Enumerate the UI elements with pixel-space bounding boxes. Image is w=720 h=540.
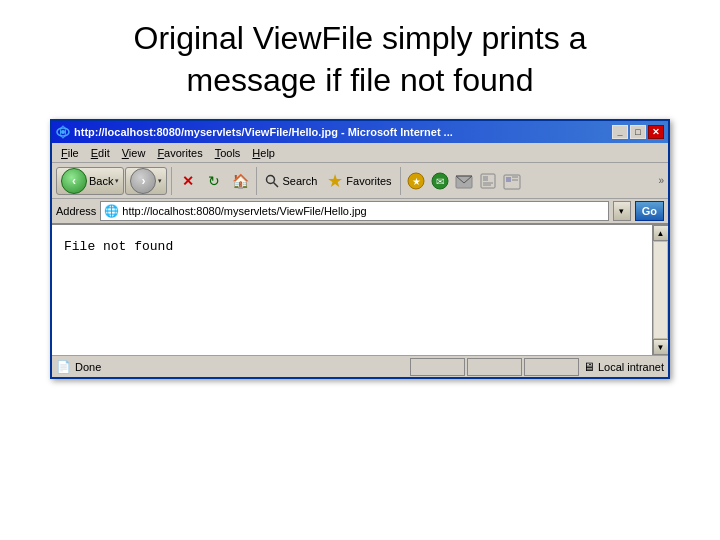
status-page-icon: 📄 — [56, 360, 71, 374]
content-area: File not found — [52, 225, 652, 355]
status-right: 🖥 Local intranet — [583, 360, 664, 374]
address-bar: Address 🌐 http://localhost:8080/myservle… — [52, 199, 668, 225]
back-arrow-icon: ‹ — [61, 168, 87, 194]
media-icon-2[interactable]: ✉ — [429, 170, 451, 192]
back-dropdown-icon[interactable]: ▾ — [115, 177, 119, 185]
stop-icon: ✕ — [182, 173, 194, 189]
go-button[interactable]: Go — [635, 201, 664, 221]
status-done-label: Done — [75, 361, 406, 373]
media-icon-5[interactable] — [501, 170, 523, 192]
menu-tools[interactable]: Tools — [210, 146, 246, 160]
stop-button[interactable]: ✕ — [176, 169, 200, 193]
address-label: Address — [56, 205, 96, 217]
svg-point-3 — [267, 175, 275, 183]
address-url: http://localhost:8080/myservlets/ViewFil… — [122, 205, 604, 217]
toolbar-divider-3 — [400, 167, 401, 195]
scroll-up-button[interactable]: ▲ — [653, 225, 669, 241]
svg-line-4 — [274, 182, 279, 187]
title-bar-text: http://localhost:8080/myservlets/ViewFil… — [74, 126, 453, 138]
toolbar-overflow-icon[interactable]: » — [658, 175, 664, 186]
title-bar-left: http://localhost:8080/myservlets/ViewFil… — [56, 125, 453, 139]
scroll-track[interactable] — [653, 241, 668, 339]
toolbar: ‹ Back ▾ › ▾ ✕ ↻ 🏠 — [52, 163, 668, 199]
maximize-button[interactable]: □ — [630, 125, 646, 139]
slide-container: Original ViewFile simply prints a messag… — [0, 0, 720, 540]
star-icon: ★ — [327, 170, 343, 192]
zone-icon: 🖥 — [583, 360, 595, 374]
favorites-button[interactable]: ★ Favorites — [323, 168, 395, 194]
magnifier-icon — [265, 174, 279, 188]
file-not-found-message: File not found — [64, 239, 640, 254]
globe-icon: 🌐 — [104, 204, 119, 218]
media-icons: ★ ✉ — [405, 170, 523, 192]
browser-window: http://localhost:8080/myservlets/ViewFil… — [50, 119, 670, 379]
home-button[interactable]: 🏠 — [228, 169, 252, 193]
forward-button[interactable]: › ▾ — [125, 167, 167, 195]
slide-title: Original ViewFile simply prints a messag… — [134, 18, 587, 101]
search-label: Search — [282, 175, 317, 187]
content-wrapper: File not found ▲ ▼ — [52, 225, 668, 355]
refresh-icon: ↻ — [208, 173, 220, 189]
status-seg-1 — [410, 358, 465, 376]
zone-label: Local intranet — [598, 361, 664, 373]
address-input-wrap[interactable]: 🌐 http://localhost:8080/myservlets/ViewF… — [100, 201, 608, 221]
address-dropdown[interactable]: ▾ — [613, 201, 631, 221]
favorites-label: Favorites — [346, 175, 391, 187]
ie-icon — [56, 125, 70, 139]
status-seg-3 — [524, 358, 579, 376]
media-icon-3[interactable] — [453, 170, 475, 192]
title-bar: http://localhost:8080/myservlets/ViewFil… — [52, 121, 668, 143]
status-segments — [410, 358, 579, 376]
menu-bar: File Edit View Favorites Tools Help — [52, 143, 668, 163]
menu-view[interactable]: View — [117, 146, 151, 160]
fwd-dropdown-icon[interactable]: ▾ — [158, 177, 162, 185]
close-button[interactable]: ✕ — [648, 125, 664, 139]
svg-rect-12 — [483, 176, 488, 181]
status-seg-2 — [467, 358, 522, 376]
media-icon-4[interactable] — [477, 170, 499, 192]
scroll-down-button[interactable]: ▼ — [653, 339, 669, 355]
svg-text:✉: ✉ — [436, 176, 444, 187]
menu-file[interactable]: File — [56, 146, 84, 160]
menu-favorites[interactable]: Favorites — [152, 146, 207, 160]
refresh-button[interactable]: ↻ — [202, 169, 226, 193]
menu-help[interactable]: Help — [247, 146, 280, 160]
menu-edit[interactable]: Edit — [86, 146, 115, 160]
media-icon-1[interactable]: ★ — [405, 170, 427, 192]
home-icon: 🏠 — [232, 173, 249, 189]
toolbar-divider-1 — [171, 167, 172, 195]
minimize-button[interactable]: _ — [612, 125, 628, 139]
back-button[interactable]: ‹ Back ▾ — [56, 167, 124, 195]
svg-point-2 — [61, 130, 65, 134]
scrollbar[interactable]: ▲ ▼ — [652, 225, 668, 355]
svg-text:★: ★ — [411, 176, 420, 187]
toolbar-divider-2 — [256, 167, 257, 195]
svg-rect-16 — [506, 177, 511, 182]
forward-arrow-icon: › — [130, 168, 156, 194]
back-label: Back — [89, 175, 113, 187]
status-bar: 📄 Done 🖥 Local intranet — [52, 355, 668, 377]
title-bar-buttons: _ □ ✕ — [612, 125, 664, 139]
search-button[interactable]: Search — [261, 172, 321, 190]
